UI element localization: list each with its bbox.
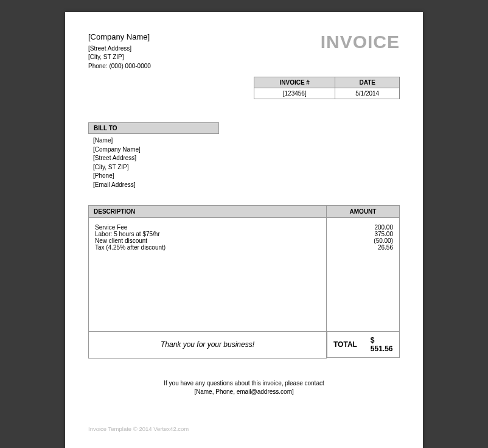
invoice-number-header: INVOICE # (254, 77, 335, 88)
table-row: Labor: 5 hours at $75/hr 375.00 (89, 231, 400, 237)
item-description: Labor: 5 hours at $75/hr (89, 231, 327, 237)
line-items-table: DESCRIPTION AMOUNT Service Fee 200.00 La… (88, 205, 400, 359)
table-filler (89, 251, 400, 331)
bill-to-lines: [Name] [Company Name] [Street Address] [… (88, 134, 400, 189)
table-row: New client discount (50.00) (89, 237, 400, 244)
amount-column-header: AMOUNT (327, 206, 400, 218)
company-city: [City, ST ZIP] (88, 53, 151, 62)
company-street: [Street Address] (88, 44, 151, 54)
invoice-title: INVOICE (321, 32, 400, 52)
bill-to-header: BILL TO (88, 122, 219, 134)
item-description: Tax (4.25% after discount) (89, 244, 327, 251)
total-row: Thank you for your business! TOTAL $ 551… (89, 331, 400, 358)
company-name: [Company Name] (88, 32, 151, 43)
thank-you-text: Thank you for your business! (89, 331, 327, 358)
total-amount-cell: $ 551.56 (364, 332, 399, 358)
bill-to-company: [Company Name] (93, 145, 400, 155)
total-amount: 551.56 (371, 345, 393, 353)
company-block: [Company Name] [Street Address] [City, S… (88, 32, 151, 71)
currency-symbol: $ (371, 336, 375, 345)
invoice-date-header: DATE (335, 77, 400, 88)
invoice-meta-table: INVOICE # DATE [123456] 5/1/2014 (254, 77, 400, 99)
footer-contact: If you have any questions about this inv… (88, 379, 400, 396)
item-amount: 375.00 (327, 231, 400, 237)
item-amount: (50.00) (327, 237, 400, 244)
total-label: TOTAL (327, 332, 364, 358)
invoice-date-value: 5/1/2014 (335, 88, 400, 99)
invoice-number-value: [123456] (254, 88, 335, 99)
company-phone: Phone: (000) 000-0000 (88, 62, 151, 71)
bill-to-name: [Name] (93, 136, 400, 145)
bill-to-street: [Street Address] (93, 154, 400, 163)
item-amount: 200.00 (327, 218, 400, 231)
bill-to-section: BILL TO [Name] [Company Name] [Street Ad… (88, 122, 400, 189)
footer-line2: [Name, Phone, email@address.com] (88, 388, 400, 396)
invoice-page: [Company Name] [Street Address] [City, S… (65, 12, 423, 448)
header-row: [Company Name] [Street Address] [City, S… (88, 32, 400, 71)
table-row: Service Fee 200.00 (89, 218, 400, 231)
bill-to-phone: [Phone] (93, 172, 400, 181)
item-amount: 26.56 (327, 244, 400, 251)
table-row: Tax (4.25% after discount) 26.56 (89, 244, 400, 251)
copyright-text: Invoice Template © 2014 Vertex42.com (88, 425, 400, 432)
item-description: Service Fee (89, 218, 327, 231)
item-description: New client discount (89, 237, 327, 244)
bill-to-email: [Email Address] (93, 181, 400, 190)
description-column-header: DESCRIPTION (89, 206, 327, 218)
footer-line1: If you have any questions about this inv… (88, 379, 400, 388)
bill-to-city: [City, ST ZIP] (93, 163, 400, 172)
